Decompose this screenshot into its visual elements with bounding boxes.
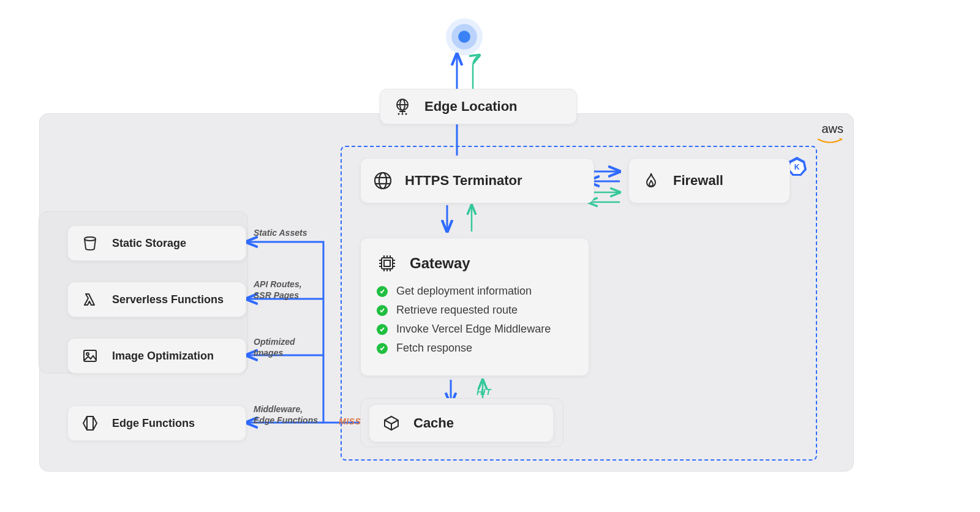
edge-label-api: API Routes, SSR Pages [254,279,302,301]
diagram-canvas: aws K [0,0,980,512]
svg-point-16 [398,113,400,115]
svg-point-21 [375,173,391,189]
check-icon [377,286,388,297]
signal-pulse-icon [446,18,483,55]
node-firewall: Firewall [628,158,790,203]
box-icon [382,413,401,433]
image-icon [80,346,100,366]
node-label: Image Optimization [112,350,214,363]
node-serverless-functions: Serverless Functions [67,282,246,317]
edge-label-miss: MISS [339,416,361,426]
gateway-step: Get deployment information [377,285,573,298]
cpu-icon [377,253,398,274]
gateway-step: Fetch response [377,342,573,355]
svg-marker-42 [83,416,97,430]
node-label: HTTPS Terminator [405,173,522,189]
node-label: Static Storage [112,237,186,250]
check-icon [377,305,388,316]
gateway-step: Retrieve requested route [377,304,573,317]
node-label: Firewall [673,173,723,189]
svg-rect-25 [382,258,393,269]
node-edge-location: Edge Location [380,89,577,124]
check-icon [377,324,388,335]
aws-label: aws [821,122,843,136]
check-icon [377,343,388,354]
globe-icon [373,171,393,190]
edge-label-hit: HIT [477,387,491,397]
svg-point-41 [86,353,89,355]
node-label: Serverless Functions [112,293,224,306]
bucket-icon [80,233,100,253]
node-label: Cache [413,415,454,431]
node-gateway: Gateway Get deployment information Retri… [360,238,589,376]
edge-hex-icon [80,413,100,433]
lambda-icon [80,290,100,309]
gateway-step-label: Fetch response [396,342,472,355]
node-label: Edge Location [424,99,518,115]
globe-network-icon [393,97,412,116]
node-static-storage: Static Storage [67,225,246,261]
svg-point-22 [379,173,386,189]
edge-label-img: Optimized Images [254,337,295,358]
flame-icon [641,171,661,190]
svg-text:K: K [794,163,800,171]
edge-label-static: Static Assets [254,228,307,239]
node-https-terminator: HTTPS Terminator [360,158,594,203]
svg-point-17 [402,113,404,115]
gateway-step-label: Get deployment information [396,285,532,298]
node-edge-functions: Edge Functions [67,405,246,441]
node-image-optimization: Image Optimization [67,338,246,374]
svg-point-39 [85,237,96,241]
svg-point-18 [405,113,407,115]
gateway-step: Invoke Vercel Edge Middleware [377,323,573,336]
svg-rect-26 [384,260,390,266]
node-label: Edge Functions [112,417,195,430]
node-cache: Cache [369,404,554,442]
edge-label-mw: Middleware, Edge Functions [254,404,318,426]
gateway-step-label: Retrieve requested route [396,304,518,317]
aws-swoosh-icon [816,137,843,143]
gateway-step-label: Invoke Vercel Edge Middleware [396,323,551,336]
node-label: Gateway [410,255,470,272]
